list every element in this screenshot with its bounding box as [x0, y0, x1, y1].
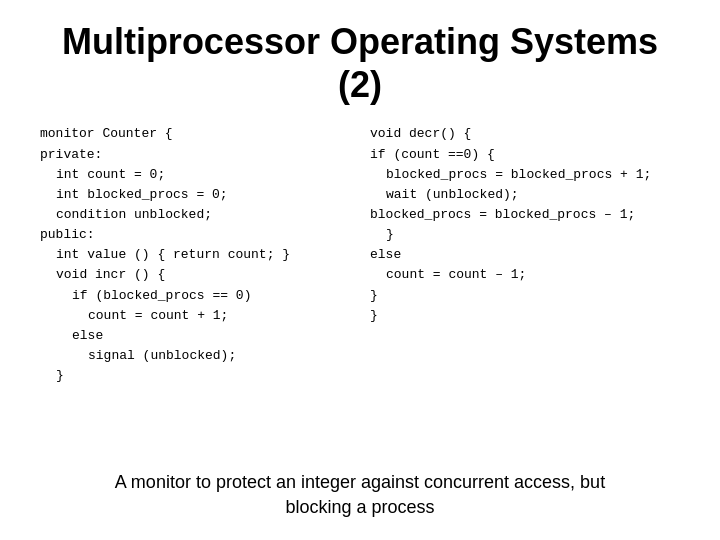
code-line: wait (unblocked); [370, 185, 680, 205]
code-line: } [40, 366, 350, 386]
code-line: condition unblocked; [40, 205, 350, 225]
slide-title: Multiprocessor Operating Systems (2) [40, 20, 680, 106]
code-line: private: [40, 145, 350, 165]
code-line: public: [40, 225, 350, 245]
code-line: else [370, 245, 680, 265]
code-line: blocked_procs = blocked_procs + 1; [370, 165, 680, 185]
code-line: } [370, 306, 680, 326]
code-section: monitor Counter {private:int count = 0;i… [40, 124, 680, 453]
code-line: } [370, 225, 680, 245]
code-line: count = count – 1; [370, 265, 680, 285]
code-line: count = count + 1; [40, 306, 350, 326]
code-line: signal (unblocked); [40, 346, 350, 366]
code-line: int blocked_procs = 0; [40, 185, 350, 205]
footer-line1: A monitor to protect an integer against … [115, 472, 605, 492]
code-left-column: monitor Counter {private:int count = 0;i… [40, 124, 360, 453]
footer-text: A monitor to protect an integer against … [40, 470, 680, 520]
code-line: else [40, 326, 350, 346]
title-line1: Multiprocessor Operating Systems [62, 21, 658, 62]
footer-line2: blocking a process [285, 497, 434, 517]
code-line: } [370, 286, 680, 306]
title-line2: (2) [338, 64, 382, 105]
code-line: void decr() { [370, 124, 680, 144]
code-line: monitor Counter { [40, 124, 350, 144]
code-line: int count = 0; [40, 165, 350, 185]
code-line: blocked_procs = blocked_procs – 1; [370, 205, 680, 225]
code-line: if (blocked_procs == 0) [40, 286, 350, 306]
code-line: int value () { return count; } [40, 245, 350, 265]
code-line: if (count ==0) { [370, 145, 680, 165]
code-line: void incr () { [40, 265, 350, 285]
code-right-column: void decr() {if (count ==0) {blocked_pro… [360, 124, 680, 453]
slide-container: Multiprocessor Operating Systems (2) mon… [0, 0, 720, 540]
